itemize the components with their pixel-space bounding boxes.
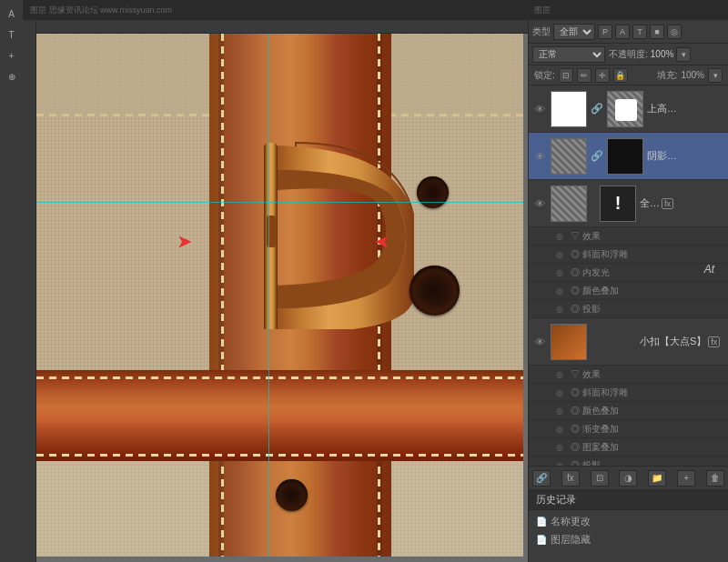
tool-type[interactable]: T [3, 25, 21, 44]
history-area: 历史记录 📄 名称更改 📄 图层隐藏 [529, 489, 728, 562]
layer-2-name: 阴影… [647, 149, 724, 163]
layer-4-name: 小扣【大点S】fx [640, 335, 724, 348]
tool-zoom[interactable]: + [3, 46, 21, 65]
effect-3-1[interactable]: ◎ 斜面和浮雕 [529, 246, 728, 264]
lock-label: 锁定: [534, 69, 555, 82]
layer-3-effects: ▽ 效果 ◎ 斜面和浮雕 ◎ 内发光 ◎ 颜色叠加 ◎ 投影 [529, 227, 728, 318]
fx-btn[interactable]: fx [561, 470, 580, 487]
layer-item-1[interactable]: 👁 🔗 上高… [529, 85, 728, 133]
effect-4-3[interactable]: ◎ 渐变叠加 [529, 420, 728, 438]
opacity-menu[interactable]: ▾ [676, 47, 691, 62]
history-icon-1: 📄 [536, 535, 547, 545]
filter-label: 类型 [532, 25, 551, 38]
hole-bottom [276, 479, 308, 511]
effect-3-0[interactable]: ▽ 效果 [529, 227, 728, 246]
lock-row: 锁定: ⊡ ✏ ✛ 🔒 填充: 100% ▾ [529, 65, 728, 85]
layer-2-eye[interactable]: 👁 [532, 149, 547, 164]
layer-2-mask [607, 138, 643, 175]
lock-all[interactable]: 🔒 [613, 68, 628, 83]
new-layer-btn[interactable]: + [677, 470, 695, 487]
layer-1-mask [607, 91, 643, 127]
layer-4-thumb [551, 324, 587, 360]
arrow-left: ➤ [177, 232, 191, 252]
panel-top-bar: 图层 [529, 0, 728, 20]
layer-item-2[interactable]: 👁 🔗 阴影… [529, 133, 728, 180]
lock-transparent[interactable]: ⊡ [559, 68, 573, 83]
history-title-text: 历史记录 [536, 493, 576, 507]
panel-logo: 图层 [534, 5, 551, 16]
layer-4-info: 小扣【大点S】fx [640, 335, 724, 348]
layer-item-3[interactable]: 👁 ! 全…fx [529, 180, 728, 227]
guide-vertical [268, 34, 269, 557]
history-title: 历史记录 [529, 490, 728, 510]
blend-mode-select[interactable]: 正常 [532, 46, 605, 63]
filter-btn-2[interactable]: A [615, 25, 630, 39]
filter-btn-3[interactable]: T [632, 25, 647, 39]
layer-2-chain: 🔗 [591, 150, 603, 162]
layer-3-info: 全…fx [640, 196, 724, 210]
stitch-h-top [36, 375, 523, 382]
effect-3-4[interactable]: ◎ 投影 [529, 300, 728, 318]
layer-3-eye[interactable]: 👁 [532, 196, 547, 211]
canvas-area: 图层 思缘资讯论坛 www.missyuan.com A T + ⊕ [0, 0, 528, 562]
filter-btn-4[interactable]: ■ [650, 25, 664, 39]
link-btn[interactable]: 🔗 [532, 470, 551, 487]
layer-4-eye[interactable]: 👁 [532, 335, 547, 349]
effect-4-1[interactable]: ◎ 斜面和浮雕 [529, 384, 728, 402]
right-panel: 图层 类型 全部 P A T ■ ◎ 正常 不透明度: 100% ▾ [528, 0, 728, 562]
buckle-ring-svg [177, 129, 414, 329]
layer-item-4[interactable]: 👁 小扣【大点S】fx [529, 318, 728, 366]
mask-btn[interactable]: ⊡ [591, 470, 609, 487]
at-indicator: At [704, 263, 714, 276]
layer-2-info: 阴影… [647, 149, 724, 163]
ruler-vertical [23, 20, 36, 562]
layer-1-name: 上高… [647, 102, 724, 115]
layer-1-eye[interactable]: 👁 [532, 102, 547, 116]
history-list: 📄 名称更改 📄 图层隐藏 [529, 510, 728, 550]
effect-4-5[interactable]: ◎ 投影 [529, 457, 728, 466]
effect-4-2[interactable]: ◎ 颜色叠加 [529, 402, 728, 420]
layer-3-thumb [551, 186, 587, 222]
opacity-label: 不透明度: [609, 48, 648, 61]
left-toolbar: A T + ⊕ [0, 0, 23, 562]
effect-3-2[interactable]: ◎ 内发光 [529, 264, 728, 282]
adj-btn[interactable]: ◑ [619, 470, 637, 487]
belt-horizontal [36, 370, 523, 461]
hole-top [417, 176, 449, 208]
layer-1-info: 上高… [647, 102, 724, 115]
stitch-h-bottom [36, 452, 523, 459]
layers-bottom-toolbar: 🔗 fx ⊡ ◑ 📁 + 🗑 [529, 466, 728, 489]
blend-mode-row: 正常 不透明度: 100% ▾ [529, 44, 728, 65]
filter-btn-5[interactable]: ◎ [667, 25, 682, 39]
filter-select[interactable]: 全部 [553, 24, 595, 40]
layer-2-thumb [551, 138, 587, 175]
ruler-horizontal [23, 20, 528, 34]
history-item-0[interactable]: 📄 名称更改 [529, 512, 728, 530]
fill-value: 100% [681, 70, 704, 80]
layer-3-mask: ! [600, 186, 636, 222]
layer-3-name: 全…fx [640, 196, 724, 210]
tool-text[interactable]: A [3, 5, 21, 23]
lock-position[interactable]: ✛ [595, 68, 610, 83]
layers-list: 👁 🔗 上高… 👁 🔗 [529, 85, 728, 466]
hole-main [410, 266, 460, 316]
opacity-value: 100% [651, 49, 674, 59]
lock-paint[interactable]: ✏ [577, 68, 592, 83]
delete-btn[interactable]: 🗑 [706, 470, 724, 487]
history-label-1: 图层隐藏 [551, 533, 591, 547]
history-label-0: 名称更改 [551, 515, 591, 528]
layer-1-thumb [551, 91, 587, 127]
effect-4-4[interactable]: ◎ 图案叠加 [529, 438, 728, 457]
fill-menu[interactable]: ▾ [708, 68, 723, 83]
arrow-right: ➤ [375, 232, 389, 252]
filter-btn-1[interactable]: P [598, 25, 612, 39]
layer-1-chain: 🔗 [591, 103, 603, 115]
fill-label: 填充: [657, 69, 678, 82]
history-item-1[interactable]: 📄 图层隐藏 [529, 530, 728, 548]
group-btn[interactable]: 📁 [648, 470, 666, 487]
effect-4-0[interactable]: ▽ 效果 [529, 366, 728, 384]
effect-3-3[interactable]: ◎ 颜色叠加 [529, 282, 728, 300]
tool-other[interactable]: ⊕ [3, 67, 21, 85]
watermark-text: 图层 思缘资讯论坛 www.missyuan.com [30, 5, 172, 16]
layer-4-effects: ▽ 效果 ◎ 斜面和浮雕 ◎ 颜色叠加 ◎ 渐变叠加 ◎ 图案叠加 ◎ 投影 [529, 366, 728, 466]
